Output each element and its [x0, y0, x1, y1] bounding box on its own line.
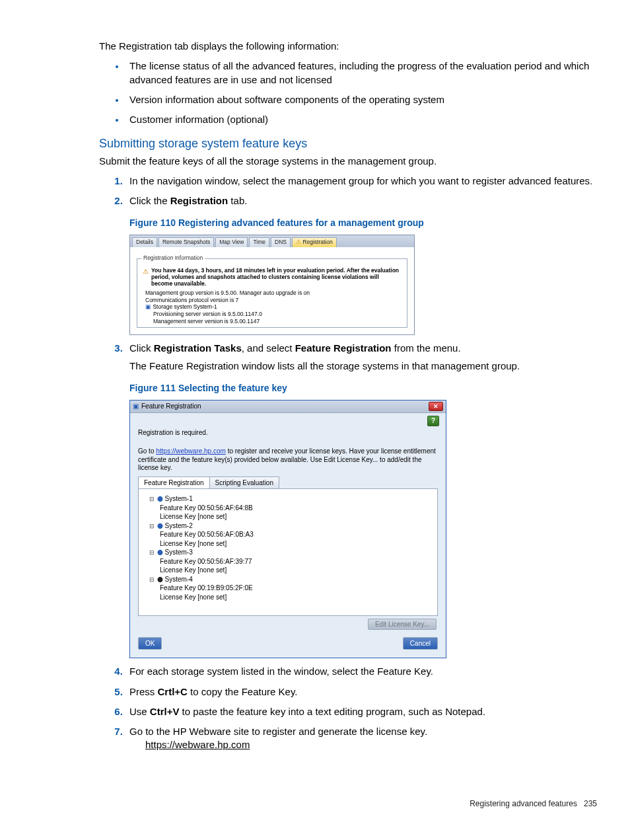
step-5-pre: Press — [129, 686, 158, 697]
step-7: Go to the HP Webware site to register an… — [125, 725, 597, 752]
bullet-item: The license status of all the advanced f… — [125, 59, 597, 87]
step-4: For each storage system listed in the wi… — [125, 665, 597, 678]
step-3-line2: The Feature Registration window lists al… — [129, 360, 597, 373]
section-heading: Submitting storage system feature keys — [99, 135, 597, 151]
registration-bold: Registration — [170, 195, 228, 206]
ctrl-v-bold: Ctrl+V — [150, 706, 180, 717]
system-name: System-4 — [165, 576, 193, 583]
info-tree: Management group version is 9.5.00. Mana… — [145, 289, 403, 325]
system-name: System-1 — [165, 495, 193, 502]
ok-button[interactable]: OK — [138, 637, 162, 650]
tree-line: Management group version is 9.5.00. Mana… — [145, 289, 403, 297]
feature-key-line[interactable]: Feature Key 00:50:56:AF:64:8B — [160, 504, 433, 513]
page-footer: Registering advanced features 235 — [99, 798, 597, 809]
step-5-post: to copy the Feature Key. — [188, 686, 297, 697]
tab-scripting-evaluation[interactable]: Scripting Evaluation — [210, 477, 279, 489]
dialog-tabs: Feature Registration Scripting Evaluatio… — [138, 477, 438, 489]
ctrl-c-bold: Crtl+C — [158, 686, 188, 697]
feature-registration-dialog: Feature Registration ✕ ? Registration is… — [129, 400, 446, 659]
tab-registration[interactable]: Registration — [292, 237, 337, 247]
disk-icon — [157, 522, 165, 529]
warning-icon — [143, 267, 149, 287]
tree-line: Provisioning server version is 9.5.00.11… — [153, 311, 403, 318]
registration-instructions: Go to https://webware.hp.com to register… — [138, 447, 438, 473]
step-2-post: tab. — [228, 195, 247, 206]
bullet-item: Version information about software compo… — [125, 93, 597, 106]
webware-url-link[interactable]: https://webware.hp.com — [145, 739, 250, 750]
step-1: In the navigation window, select the man… — [125, 174, 597, 188]
expander-icon[interactable] — [149, 522, 157, 529]
system-node[interactable]: System-2 — [149, 521, 433, 531]
cancel-button[interactable]: Cancel — [403, 637, 438, 650]
feature-key-line[interactable]: Feature Key 00:50:56:AF:39:77 — [160, 557, 433, 566]
edit-license-key-button[interactable]: Edit License Key... — [368, 619, 437, 630]
expander-icon[interactable] — [149, 495, 157, 502]
license-key-line[interactable]: License Key [none set] — [160, 539, 433, 549]
registration-required-text: Registration is required. — [138, 429, 438, 438]
disk-icon — [157, 495, 165, 502]
tree-line: Management server version is 9.5.00.1147 — [153, 318, 403, 325]
license-key-line[interactable]: License Key [none set] — [160, 593, 433, 602]
tab-feature-registration[interactable]: Feature Registration — [138, 477, 210, 489]
step-6-pre: Use — [129, 706, 150, 717]
dialog-titlebar: Feature Registration ✕ — [130, 401, 446, 413]
tab-time[interactable]: Time — [249, 237, 269, 247]
registration-tasks-bold: Registration Tasks — [154, 342, 242, 354]
step-6-post: to paste the feature key into a text edi… — [179, 706, 485, 717]
steps-list-a: In the navigation window, select the man… — [99, 174, 597, 752]
license-key-line[interactable]: License Key [none set] — [160, 512, 433, 521]
tab-map-view[interactable]: Map View — [215, 237, 248, 247]
registration-info-group: Registration Information You have 44 day… — [137, 258, 407, 328]
feature-key-line[interactable]: Feature Key 00:50:56:AF:0B:A3 — [160, 530, 433, 539]
warning-text: You have 44 days, 3 hours, and 18 minute… — [151, 267, 402, 287]
license-key-line[interactable]: License Key [none set] — [160, 566, 433, 575]
system-name: System-2 — [165, 522, 193, 529]
system-name: System-3 — [165, 549, 193, 556]
system-tree: System-1 Feature Key 00:50:56:AF:64:8B L… — [138, 488, 438, 616]
tree-line: Communications protocol version is 7 — [145, 297, 403, 304]
storage-system-node[interactable]: Storage system System-1 — [145, 303, 403, 311]
step-2-pre: Click the — [129, 195, 170, 206]
step-6: Use Ctrl+V to paste the feature key into… — [125, 705, 597, 718]
system-node[interactable]: System-1 — [149, 494, 433, 504]
feature-registration-bold: Feature Registration — [295, 342, 392, 354]
tab-dns[interactable]: DNS — [271, 237, 291, 247]
section-intro: Submit the feature keys of all the stora… — [99, 155, 597, 168]
disk-icon — [157, 576, 165, 583]
figure-110-caption: Figure 110 Registering advanced features… — [129, 217, 597, 229]
help-button[interactable]: ? — [427, 416, 439, 426]
bullet-item: Customer information (optional) — [125, 113, 597, 126]
step-3-post: from the menu. — [392, 342, 461, 354]
figure-111-caption: Figure 111 Selecting the feature key — [129, 382, 597, 395]
step-3: Click Registration Tasks, and select Fea… — [125, 342, 597, 658]
group-label: Registration Information — [141, 254, 205, 262]
tab-remote-snapshots[interactable]: Remote Snapshots — [158, 237, 214, 247]
instructions-pre: Go to — [138, 447, 156, 455]
registration-info-bullets: The license status of all the advanced f… — [99, 59, 597, 126]
app-icon — [133, 402, 139, 411]
step-3-mid: , and select — [242, 342, 295, 354]
warning-row: You have 44 days, 3 hours, and 18 minute… — [143, 267, 402, 287]
close-button[interactable]: ✕ — [429, 402, 443, 411]
dialog-title: Feature Registration — [141, 402, 201, 411]
intro-text: The Registration tab displays the follow… — [99, 40, 597, 53]
system-node[interactable]: System-4 — [149, 575, 433, 584]
footer-label: Registering advanced features — [470, 799, 577, 808]
tab-details[interactable]: Details — [132, 237, 157, 247]
expander-icon[interactable] — [149, 549, 157, 556]
tab-bar: Details Remote Snapshots Map View Time D… — [130, 235, 414, 247]
step-5: Press Crtl+C to copy the Feature Key. — [125, 685, 597, 699]
webware-link[interactable]: https://webware.hp.com — [156, 447, 226, 455]
page-number: 235 — [584, 799, 597, 808]
disk-icon — [157, 549, 165, 556]
expander-icon[interactable] — [149, 576, 157, 583]
system-node[interactable]: System-3 — [149, 548, 433, 557]
step-7-text: Go to the HP Webware site to register an… — [129, 726, 427, 737]
step-3-pre: Click — [129, 342, 154, 354]
figure-110: Details Remote Snapshots Map View Time D… — [129, 235, 415, 335]
step-2: Click the Registration tab. Figure 110 R… — [125, 194, 597, 335]
feature-key-line[interactable]: Feature Key 00:19:B9:05:2F:0E — [160, 584, 433, 593]
